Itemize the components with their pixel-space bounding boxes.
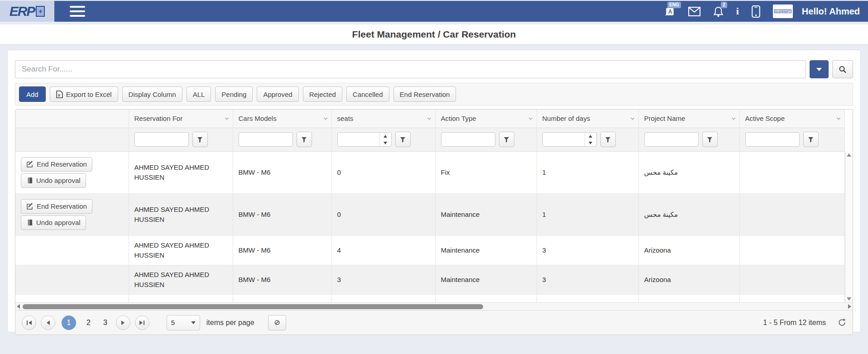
scroll-left-arrow[interactable] — [17, 304, 20, 309]
page-button-1[interactable]: 1 — [62, 316, 76, 330]
filter-button[interactable] — [600, 132, 616, 147]
spinner-up-button[interactable] — [585, 133, 596, 139]
column-header-project-name[interactable]: Project Name — [638, 110, 739, 128]
chevron-down-icon[interactable] — [629, 115, 636, 122]
table-row[interactable]: Yosra Mahmoud Al Khafif BMW - M6 2 Maint… — [15, 294, 845, 302]
filter-cancelled-button[interactable]: Cancelled — [346, 86, 389, 102]
language-button[interactable]: ENG A — [665, 6, 676, 17]
filter-button[interactable] — [702, 132, 718, 147]
filter-rejected-button[interactable]: Rejected — [303, 86, 342, 102]
filter-button[interactable] — [499, 132, 514, 147]
column-header-seats[interactable]: seats — [331, 110, 435, 128]
chevron-down-icon[interactable] — [528, 115, 534, 122]
filter-input-seats[interactable] — [338, 133, 379, 146]
filter-cell-actions — [15, 128, 129, 151]
filter-approved-button[interactable]: Approved — [257, 86, 298, 102]
cell-seats: 0 — [331, 151, 435, 193]
erp-logo[interactable]: ERP + — [0, 1, 54, 22]
page-size-dropdown[interactable]: 5 — [167, 315, 200, 330]
filter-button[interactable] — [395, 132, 411, 147]
filter-button[interactable] — [803, 132, 819, 147]
next-page-button[interactable] — [116, 316, 130, 330]
undo-approval-button[interactable]: Undo approval — [21, 215, 86, 230]
filter-input-cars-models[interactable] — [239, 132, 293, 147]
filter-input-active-scope[interactable] — [745, 132, 800, 147]
filter-input-action-type[interactable] — [441, 132, 495, 147]
vertical-scrollbar[interactable] — [845, 152, 853, 302]
filter-input-number-of-days[interactable] — [543, 133, 585, 146]
search-icon — [839, 65, 847, 74]
funnel-icon — [197, 137, 203, 143]
cell-active-scope — [739, 265, 845, 294]
table-row[interactable]: End Reservation Undo approval AHMED SAYE… — [15, 193, 845, 235]
chevron-down-icon[interactable] — [835, 115, 842, 122]
export-to-excel-button[interactable]: x Export to Excel — [50, 86, 118, 102]
spinner-down-button[interactable] — [380, 139, 391, 146]
chevron-down-icon[interactable] — [224, 115, 230, 122]
filter-button[interactable] — [297, 132, 312, 147]
first-page-button[interactable] — [22, 316, 36, 330]
pager: 1 2 3 5 items per page 1 - 5 From 12 ite… — [15, 310, 853, 335]
cell-project-name: Arizoona — [638, 235, 739, 265]
filter-all-button[interactable]: ALL — [187, 86, 211, 102]
column-header-action-type[interactable]: Action Type — [435, 110, 537, 128]
cell-seats: 0 — [331, 193, 435, 235]
chevron-down-icon[interactable] — [730, 115, 737, 122]
caret-down-icon — [816, 68, 822, 71]
filter-end-reservation-button[interactable]: End Reservation — [393, 86, 456, 102]
notifications-button[interactable]: 2 — [713, 6, 724, 17]
display-column-button[interactable]: Display Column — [122, 86, 182, 102]
previous-page-button[interactable] — [41, 316, 55, 330]
undo-approval-button[interactable]: Undo approval — [21, 173, 86, 188]
page-button-3[interactable]: 3 — [99, 319, 111, 327]
scroll-down-arrow[interactable] — [847, 297, 851, 301]
filter-input-reservation-for[interactable] — [134, 132, 189, 147]
table-row[interactable]: End Reservation Undo approval AHMED SAYE… — [15, 151, 845, 193]
refresh-button[interactable] — [838, 318, 846, 327]
last-page-button[interactable] — [135, 316, 149, 330]
filter-pending-button[interactable]: Pending — [215, 86, 253, 102]
chevron-down-icon[interactable] — [322, 115, 329, 122]
spinner-down-button[interactable] — [585, 139, 596, 146]
user-avatar[interactable]: CLOUDSOFT — [773, 5, 793, 18]
cell-cars-models: BMW - M6 — [233, 193, 331, 235]
search-button[interactable] — [832, 60, 853, 78]
scroll-up-arrow[interactable] — [847, 153, 851, 157]
cell-seats: 2 — [331, 294, 435, 302]
mobile-app-button[interactable] — [752, 5, 760, 18]
cell-active-scope — [739, 151, 845, 193]
table-row[interactable]: AHMED SAYED AHMED HUSSIEN BMW - M6 3 Mai… — [15, 265, 845, 294]
edit-icon — [26, 161, 34, 168]
filter-button[interactable] — [192, 132, 208, 147]
funnel-icon — [707, 137, 713, 143]
funnel-icon — [301, 137, 307, 143]
caret-down-icon — [191, 321, 196, 324]
filter-input-project-name[interactable] — [644, 132, 699, 147]
scroll-right-arrow[interactable] — [848, 304, 851, 309]
table-row[interactable]: AHMED SAYED AHMED HUSSIEN BMW - M6 4 Mai… — [15, 235, 845, 265]
user-greeting[interactable]: Hello! Ahmed — [802, 6, 860, 17]
horizontal-scroll-thumb[interactable] — [23, 304, 483, 309]
cell-cars-models: BMW - M6 — [233, 235, 331, 265]
column-header-reservation-for[interactable]: Reservation For — [129, 110, 233, 128]
row-actions-cell — [15, 265, 129, 294]
page-button-2[interactable]: 2 — [82, 319, 95, 327]
column-header-active-scope[interactable]: Active Scope — [739, 110, 845, 128]
cell-project-name: مكينة محس — [638, 151, 739, 193]
cell-project-name: مكينة محس — [638, 193, 739, 235]
column-header-number-of-days[interactable]: Number of days — [537, 110, 638, 128]
menu-button[interactable] — [67, 0, 88, 22]
spinner-up-button[interactable] — [380, 133, 391, 139]
messages-button[interactable] — [688, 7, 700, 16]
chevron-down-icon[interactable] — [426, 115, 432, 122]
search-input[interactable] — [15, 60, 806, 78]
horizontal-scrollbar[interactable] — [15, 302, 853, 310]
end-reservation-button[interactable]: End Reservation — [21, 157, 92, 172]
column-header-cars-models[interactable]: Cars Models — [233, 110, 331, 128]
cell-seats: 4 — [331, 235, 435, 265]
end-reservation-button[interactable]: End Reservation — [21, 199, 92, 214]
add-button[interactable]: Add — [19, 86, 46, 102]
cancel-changes-button[interactable] — [268, 315, 286, 330]
search-options-dropdown-button[interactable] — [810, 60, 829, 78]
info-button[interactable]: i — [736, 5, 739, 17]
